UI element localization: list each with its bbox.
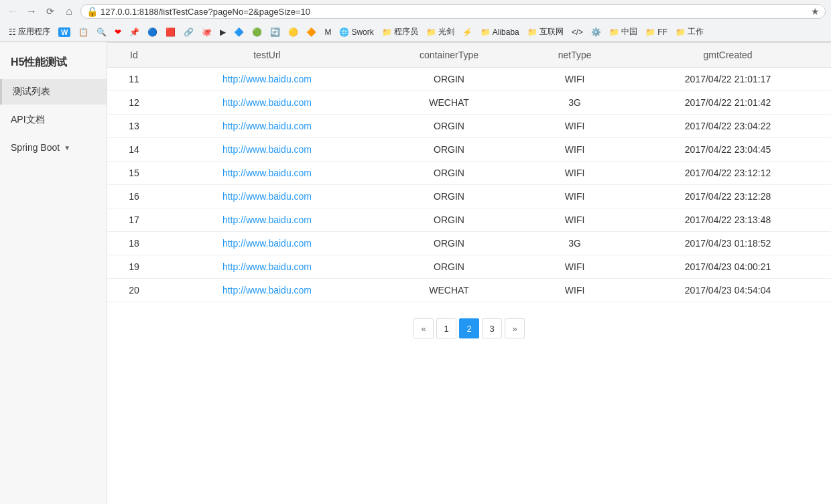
work-label: 工作 [688, 26, 704, 38]
bookmark-ff[interactable]: 📁 FF [642, 26, 671, 38]
address-bar-container: 🔒 ★ [80, 4, 826, 19]
bookmark-2[interactable]: 📋 [75, 26, 92, 38]
test-url-link[interactable]: http://www.baidu.com [222, 144, 312, 155]
table-row: 19http://www.baidu.comORGINWIFI2017/04/2… [107, 255, 831, 279]
internet-label: 互联网 [539, 26, 564, 38]
bookmark-internet[interactable]: 📁 互联网 [524, 25, 567, 39]
bookmark-swork[interactable]: 🌐 Swork [336, 26, 377, 38]
reload-button[interactable]: ⟳ [43, 4, 58, 19]
address-input[interactable] [101, 7, 808, 17]
cell-container-type: ORGIN [373, 208, 525, 232]
bookmark-16[interactable]: M [321, 26, 334, 38]
bookmark-3[interactable]: 🔍 [93, 26, 110, 38]
bookmark-7[interactable]: 🟥 [162, 26, 179, 38]
app-title: H5性能测试 [0, 42, 107, 79]
cell-net-type: WIFI [525, 68, 625, 91]
bookmark-star-icon[interactable]: ★ [811, 6, 820, 17]
bookmark-4[interactable]: ❤ [111, 26, 125, 38]
home-button[interactable]: ⌂ [62, 4, 76, 19]
cell-id: 14 [107, 138, 161, 162]
test-url-link[interactable]: http://www.baidu.com [222, 74, 312, 84]
bookmark-alibaba[interactable]: 📁 Alibaba [477, 26, 523, 38]
test-url-link[interactable]: http://www.baidu.com [222, 285, 312, 296]
col-net-type: netType [525, 43, 625, 68]
bookmark-code[interactable]: </> [568, 26, 586, 38]
cell-gmt-created: 2017/04/23 04:54:04 [625, 279, 831, 302]
bookmark-11[interactable]: 🔷 [231, 26, 247, 38]
cell-net-type: WIFI [525, 138, 625, 162]
table-row: 17http://www.baidu.comORGINWIFI2017/04/2… [107, 208, 831, 232]
table-row: 15http://www.baidu.comORGINWIFI2017/04/2… [107, 162, 831, 185]
cell-gmt-created: 2017/04/23 04:00:21 [625, 255, 831, 279]
table-row: 11http://www.baidu.comORGINWIFI2017/04/2… [107, 68, 831, 91]
cell-gmt-created: 2017/04/22 23:04:22 [625, 115, 831, 138]
cell-id: 15 [107, 162, 161, 185]
bookmark-china[interactable]: 📁 中国 [606, 25, 641, 39]
sidebar-item-test-list[interactable]: 测试列表 [0, 79, 107, 105]
alibaba-label: Alibaba [493, 27, 519, 37]
test-url-link[interactable]: http://www.baidu.com [222, 97, 312, 108]
cell-test-url[interactable]: http://www.baidu.com [161, 115, 373, 138]
cell-test-url[interactable]: http://www.baidu.com [161, 138, 373, 162]
cell-test-url[interactable]: http://www.baidu.com [161, 68, 373, 91]
cell-test-url[interactable]: http://www.baidu.com [161, 91, 373, 115]
bookmark-5[interactable]: 📌 [126, 26, 143, 38]
page-1-button[interactable]: 1 [436, 318, 456, 338]
sidebar: H5性能测试 测试列表 API文档 Spring Boot ▼ [0, 42, 107, 504]
cell-gmt-created: 2017/04/22 23:04:45 [625, 138, 831, 162]
bookmark-6[interactable]: 🔵 [144, 26, 161, 38]
page-prev-button[interactable]: « [413, 318, 434, 338]
cell-test-url[interactable]: http://www.baidu.com [161, 208, 373, 232]
cell-test-url[interactable]: http://www.baidu.com [161, 232, 373, 255]
page-next-button[interactable]: » [505, 318, 525, 338]
cell-net-type: WIFI [525, 255, 625, 279]
test-url-link[interactable]: http://www.baidu.com [222, 261, 312, 272]
forward-button[interactable]: → [24, 4, 39, 19]
bookmark-apps[interactable]: ☷ 应用程序 [5, 25, 54, 39]
folder-icon-china: 📁 [609, 27, 619, 37]
cell-container-type: WECHAT [373, 91, 525, 115]
bookmark-settings[interactable]: ⚙️ [588, 26, 604, 38]
cell-net-type: WIFI [525, 185, 625, 208]
test-url-link[interactable]: http://www.baidu.com [222, 121, 312, 131]
cell-test-url[interactable]: http://www.baidu.com [161, 255, 373, 279]
china-label: 中国 [621, 26, 637, 38]
cell-test-url[interactable]: http://www.baidu.com [161, 185, 373, 208]
bookmark-8[interactable]: 🔗 [180, 26, 197, 38]
apps-label: 应用程序 [18, 26, 50, 38]
test-url-link[interactable]: http://www.baidu.com [222, 168, 312, 178]
folder-icon-sword: 📁 [426, 27, 436, 37]
bookmark-13[interactable]: 🔄 [267, 26, 283, 38]
test-url-link[interactable]: http://www.baidu.com [222, 238, 312, 249]
bookmark-programmers[interactable]: 📁 程序员 [379, 25, 422, 39]
test-url-link[interactable]: http://www.baidu.com [222, 214, 312, 225]
bookmark-12[interactable]: 🟢 [249, 26, 265, 38]
bookmark-work[interactable]: 📁 工作 [672, 25, 707, 39]
page-2-button[interactable]: 2 [459, 318, 479, 338]
table-row: 13http://www.baidu.comORGINWIFI2017/04/2… [107, 115, 831, 138]
bookmark-sword[interactable]: 📁 光剑 [423, 25, 458, 39]
bookmark-9[interactable]: 🐙 [198, 26, 215, 38]
browser-toolbar: ← → ⟳ ⌂ 🔒 ★ [0, 0, 831, 23]
table-row: 12http://www.baidu.comWECHAT3G2017/04/22… [107, 91, 831, 115]
bookmarks-bar: ☷ 应用程序 W 📋 🔍 ❤ 📌 🔵 🟥 🔗 🐙 ▶ 🔷 🟢 🔄 🟡 🔶 M 🌐… [0, 23, 831, 42]
cell-net-type: WIFI [525, 208, 625, 232]
test-url-link[interactable]: http://www.baidu.com [222, 191, 312, 202]
bookmark-15[interactable]: 🔶 [303, 26, 320, 38]
cell-net-type: 3G [525, 232, 625, 255]
cell-container-type: WECHAT [373, 279, 525, 302]
sidebar-item-api-docs[interactable]: API文档 [0, 107, 107, 133]
cell-test-url[interactable]: http://www.baidu.com [161, 162, 373, 185]
back-button[interactable]: ← [5, 4, 20, 19]
cell-test-url[interactable]: http://www.baidu.com [161, 279, 373, 302]
page-3-button[interactable]: 3 [482, 318, 502, 338]
folder-icon-internet: 📁 [527, 27, 537, 37]
bookmark-w[interactable]: W [55, 26, 74, 38]
sidebar-springboot-dropdown[interactable]: Spring Boot ▼ [0, 135, 107, 160]
table-row: 18http://www.baidu.comORGIN3G2017/04/23 … [107, 232, 831, 255]
dropdown-arrow-icon: ▼ [64, 144, 70, 151]
browser-chrome: ← → ⟳ ⌂ 🔒 ★ ☷ 应用程序 W 📋 🔍 ❤ 📌 🔵 🟥 🔗 🐙 ▶ 🔷… [0, 0, 831, 42]
bookmark-umbrella[interactable]: ⚡ [459, 26, 476, 38]
bookmark-14[interactable]: 🟡 [285, 26, 302, 38]
bookmark-10[interactable]: ▶ [216, 26, 229, 38]
